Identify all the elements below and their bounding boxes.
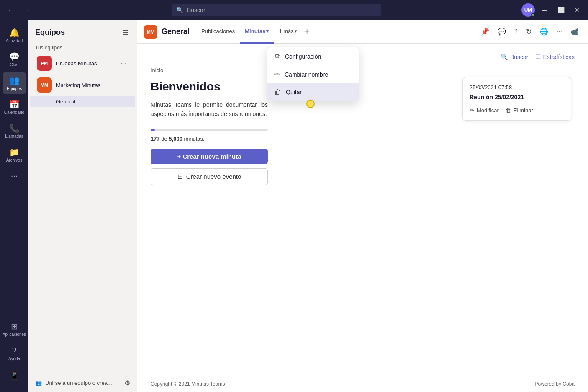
sidebar-item-label: Calendario	[4, 110, 24, 115]
create-evento-button[interactable]: ⊞ Crear nuevo evento	[151, 168, 268, 185]
popout-button[interactable]: ⤴	[512, 26, 520, 37]
sidebar: 🔔 Actividad 💬 Chat 👥 Equipos 📅 Calendari…	[0, 20, 28, 392]
meeting-date: 25/02/2021 07:58	[470, 84, 564, 90]
progress-unit: minutas.	[184, 136, 205, 142]
teams-icon: 👥	[9, 75, 20, 85]
help-icon: ?	[12, 346, 16, 356]
trash-icon: 🗑	[506, 107, 511, 113]
globe-button[interactable]: 🌐	[537, 26, 551, 37]
sidebar-bottom: ⊞ Aplicaciones ? Ayuda 📱	[3, 317, 26, 385]
channel-header: MM General Publicaciones Minutas ▾ 1 más…	[137, 20, 588, 44]
more-actions-button[interactable]: ···	[554, 26, 565, 37]
stats-link[interactable]: ☰ Estadísticas	[535, 54, 575, 60]
content-header-row: 🔍 Buscar ☰ Estadísticas	[151, 54, 575, 60]
sidebar-item-chat[interactable]: 💬 Chat	[3, 48, 26, 70]
gear-icon: ⚙	[274, 52, 280, 60]
delete-button[interactable]: 🗑 Eliminar	[506, 107, 533, 113]
channel-item-general[interactable]: General	[30, 96, 135, 107]
tab-publicaciones[interactable]: Publicaciones	[196, 20, 240, 44]
sidebar-item-label: Actividad	[6, 39, 23, 43]
teams-filter-button[interactable]: ☰	[121, 27, 130, 38]
sidebar-item-calendario[interactable]: 📅 Calendario	[3, 96, 26, 118]
status-dot	[531, 13, 535, 17]
progress-bar-bg	[151, 129, 268, 131]
evento-icon: ⊞	[177, 173, 183, 181]
apps-icon: ⊞	[11, 321, 18, 331]
team-avatar-mm: MM	[37, 77, 52, 93]
sidebar-item-llamadas[interactable]: 📞 Llamadas	[3, 120, 26, 142]
search-icon: 🔍	[501, 54, 508, 60]
chevron-down-icon: ▾	[295, 28, 297, 34]
breadcrumb: Inicio	[151, 67, 575, 73]
progress-bar-wrap	[151, 129, 268, 131]
sidebar-item-label: Chat	[10, 62, 18, 67]
titlebar-right: UM — ⬜ ✕	[521, 3, 583, 17]
forward-button[interactable]: →	[20, 5, 32, 15]
team-item-mm[interactable]: MM Marketing Minutas ···	[30, 74, 135, 96]
dropdown-item-label: Configuración	[285, 53, 321, 60]
modify-label: Modificar	[477, 107, 499, 113]
files-icon: 📁	[9, 147, 20, 157]
sidebar-item-equipos[interactable]: 👥 Equipos	[3, 72, 26, 94]
titlebar-search-container: 🔍	[172, 4, 381, 16]
team-name-mm: Marketing Minutas	[56, 82, 118, 88]
channel-tabs: Publicaciones Minutas ▾ 1 más ▾ +	[196, 20, 478, 44]
back-button[interactable]: ←	[5, 5, 17, 15]
sidebar-item-label: Equipos	[7, 86, 22, 91]
dropdown-item-configuracion[interactable]: ⚙ Configuración	[267, 47, 359, 65]
search-link[interactable]: 🔍 Buscar	[501, 54, 529, 60]
team-name-pm: Pruebas Minutas	[56, 60, 118, 67]
content-area: 🔍 Buscar ☰ Estadísticas Inicio Bienvenid…	[137, 44, 588, 376]
add-tab-button[interactable]: +	[302, 25, 312, 38]
meeting-card: 25/02/2021 07:58 Reunión 25/02/2021 ✏ Mo…	[462, 77, 571, 121]
content-footer: Copyright © 2021 Minutas Teams Powered b…	[137, 376, 588, 392]
dropdown-item-quitar[interactable]: 🗑 Quitar	[267, 83, 359, 101]
team-more-pm[interactable]: ···	[118, 59, 128, 68]
team-more-mm[interactable]: ···	[118, 80, 128, 90]
search-label: Buscar	[510, 54, 529, 60]
teams-title: Equipos	[35, 28, 65, 37]
sidebar-item-actividad[interactable]: 🔔 Actividad	[3, 24, 26, 46]
welcome-desc: Minutas Teams le permite documentar los …	[151, 100, 268, 119]
tab-minutas[interactable]: Minutas ▾	[240, 20, 274, 44]
minimize-button[interactable]: —	[538, 5, 551, 15]
pin-button[interactable]: 📌	[478, 26, 492, 37]
sidebar-item-archivos[interactable]: 📁 Archivos	[3, 144, 26, 166]
dropdown-item-cambiar-nombre[interactable]: ✏ Cambiar nombre	[267, 65, 359, 83]
sidebar-item-mas[interactable]: ···	[3, 168, 26, 185]
avatar[interactable]: UM	[521, 3, 535, 17]
sidebar-item-ayuda[interactable]: ? Ayuda	[3, 343, 26, 364]
device-icon: 📱	[9, 370, 20, 380]
teams-settings-button[interactable]: ⚙	[124, 379, 130, 387]
activity-icon: 🔔	[9, 28, 20, 38]
pencil-icon: ✏	[470, 107, 474, 113]
powered-text: Powered by Cobá	[535, 381, 575, 387]
create-evento-label: Crear nuevo evento	[186, 173, 241, 180]
sidebar-item-label: Llamadas	[5, 134, 23, 139]
calendar-icon: 📅	[9, 99, 20, 109]
create-minuta-button[interactable]: + Crear nueva minuta	[151, 149, 268, 164]
sidebar-item-device[interactable]: 📱	[3, 367, 26, 384]
team-item-pm[interactable]: PM Pruebas Minutas ···	[30, 52, 135, 74]
titlebar-left: ← →	[5, 5, 32, 15]
calls-icon: 📞	[9, 123, 20, 133]
progress-total: 5,000	[169, 136, 182, 142]
chat-button[interactable]: 💬	[495, 26, 508, 37]
join-team-button[interactable]: 👥 Unirse a un equipo o crea...	[35, 380, 112, 386]
titlebar: ← → 🔍 UM — ⬜ ✕	[0, 0, 588, 20]
tab-1mas[interactable]: 1 más ▾	[274, 20, 302, 44]
meet-button[interactable]: 📹	[568, 26, 581, 37]
maximize-button[interactable]: ⬜	[554, 5, 568, 15]
modify-button[interactable]: ✏ Modificar	[470, 107, 499, 113]
progress-text: 177 de 5,000 minutas.	[151, 136, 575, 142]
refresh-button[interactable]: ↻	[524, 26, 534, 37]
channel-name: General	[162, 27, 190, 36]
copyright-text: Copyright © 2021 Minutas Teams	[151, 381, 225, 387]
search-input[interactable]	[172, 4, 381, 16]
meeting-name: Reunión 25/02/2021	[470, 94, 564, 101]
dropdown-menu: ⚙ Configuración ✏ Cambiar nombre 🗑 Quita…	[267, 47, 359, 101]
channel-header-actions: 📌 💬 ⤴ ↻ 🌐 ··· 📹	[478, 26, 581, 37]
delete-label: Eliminar	[514, 107, 533, 113]
close-button[interactable]: ✕	[571, 5, 583, 15]
sidebar-item-aplicaciones[interactable]: ⊞ Aplicaciones	[3, 318, 26, 340]
